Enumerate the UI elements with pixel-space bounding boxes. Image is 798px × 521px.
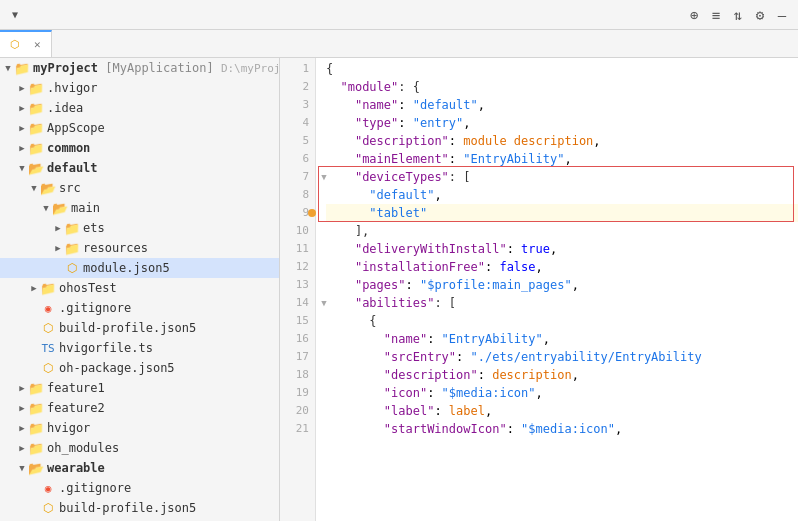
code-line-20: "label": label, <box>326 402 798 420</box>
line-numbers: 123456789101112131415161718192021 <box>280 58 316 521</box>
top-bar-icons: ⊕ ≡ ⇅ ⚙ — <box>686 7 790 23</box>
tab-close-button[interactable]: ✕ <box>34 38 41 51</box>
line-number-6: 6 <box>280 150 315 168</box>
sidebar-item-default[interactable]: ▼ 📂 default <box>0 158 279 178</box>
hvigor-folder-icon: 📁 <box>28 80 44 96</box>
sidebar-item-hvigor[interactable]: ▶ 📁 .hvigor <box>0 78 279 98</box>
settings-icon[interactable]: ⚙ <box>752 7 768 23</box>
oh-package-icon: ⬡ <box>40 360 56 376</box>
code-line-17: "srcEntry": "./ets/entryability/EntryAbi… <box>326 348 798 366</box>
editor[interactable]: 123456789101112131415161718192021 { "mod… <box>280 58 798 521</box>
sidebar-item-wearable[interactable]: ▼ 📂 wearable <box>0 458 279 478</box>
sidebar-item-src[interactable]: ▼ 📂 src <box>0 178 279 198</box>
code-line-9: "tablet" <box>326 204 798 222</box>
resources-label: resources <box>83 241 279 255</box>
code-line-4: "type": "entry", <box>326 114 798 132</box>
sidebar-item-build-profile2[interactable]: ▶ ⬡ build-profile.json5 <box>0 498 279 518</box>
code-line-15: { <box>326 312 798 330</box>
line-number-3: 3 <box>280 96 315 114</box>
ohostest-folder-icon: 📁 <box>40 280 56 296</box>
sidebar-item-main[interactable]: ▼ 📂 main <box>0 198 279 218</box>
sidebar-item-module-json5[interactable]: ▶ ⬡ module.json5 <box>0 258 279 278</box>
main-arrow: ▼ <box>40 203 52 213</box>
line-number-19: 19 <box>280 384 315 402</box>
list-icon[interactable]: ≡ <box>708 7 724 23</box>
sidebar-item-build-profile[interactable]: ▶ ⬡ build-profile.json5 <box>0 318 279 338</box>
default-folder-icon: 📂 <box>28 160 44 176</box>
sidebar-item-resources[interactable]: ▶ 📁 resources <box>0 238 279 258</box>
sidebar-item-idea[interactable]: ▶ 📁 .idea <box>0 98 279 118</box>
common-arrow: ▶ <box>16 143 28 153</box>
build-profile-label: build-profile.json5 <box>59 321 279 335</box>
sidebar-item-feature2[interactable]: ▶ 📁 feature2 <box>0 398 279 418</box>
minimize-icon[interactable]: — <box>774 7 790 23</box>
sidebar: ▼ 📁 myProject [MyApplication] D:\myProje… <box>0 58 280 521</box>
root-label: myProject [MyApplication] D:\myProject <box>33 61 280 75</box>
code-line-10: ], <box>326 222 798 240</box>
sidebar-item-gitignore[interactable]: ▶ ◉ .gitignore <box>0 298 279 318</box>
main-content: ▼ 📁 myProject [MyApplication] D:\myProje… <box>0 58 798 521</box>
common-label: common <box>47 141 279 155</box>
line-number-11: 11 <box>280 240 315 258</box>
hvigor-arrow: ▶ <box>16 83 28 93</box>
code-line-14: ▼ "abilities": [ <box>326 294 798 312</box>
main-folder-icon: 📂 <box>52 200 68 216</box>
wearable-folder-icon: 📂 <box>28 460 44 476</box>
oh-modules-folder-icon: 📁 <box>28 440 44 456</box>
feature2-folder-icon: 📁 <box>28 400 44 416</box>
line-number-12: 12 <box>280 258 315 276</box>
line-number-4: 4 <box>280 114 315 132</box>
wearable-label: wearable <box>47 461 279 475</box>
src-folder-icon: 📂 <box>40 180 56 196</box>
line-number-14: 14 <box>280 294 315 312</box>
code-line-18: "description": description, <box>326 366 798 384</box>
tree-root[interactable]: ▼ 📁 myProject [MyApplication] D:\myProje… <box>0 58 279 78</box>
code-line-2: "module": { <box>326 78 798 96</box>
fold-icon-7[interactable]: ▼ <box>318 170 330 184</box>
ets-label: ets <box>83 221 279 235</box>
appscope-folder-icon: 📁 <box>28 120 44 136</box>
appscope-label: AppScope <box>47 121 279 135</box>
line-number-15: 15 <box>280 312 315 330</box>
sidebar-item-appscope[interactable]: ▶ 📁 AppScope <box>0 118 279 138</box>
oh-modules-label: oh_modules <box>47 441 279 455</box>
gitignore-label: .gitignore <box>59 301 279 315</box>
code-area[interactable]: { "module": { "name": "default", "type":… <box>316 58 798 521</box>
sidebar-item-feature1[interactable]: ▶ 📁 feature1 <box>0 378 279 398</box>
hvigor2-label: hvigor <box>47 421 279 435</box>
add-icon[interactable]: ⊕ <box>686 7 702 23</box>
line-number-17: 17 <box>280 348 315 366</box>
tab-file-icon: ⬡ <box>10 38 20 51</box>
sidebar-item-ohostest[interactable]: ▶ 📁 ohosTest <box>0 278 279 298</box>
resources-folder-icon: 📁 <box>64 240 80 256</box>
line-number-16: 16 <box>280 330 315 348</box>
file-tab-module-json5[interactable]: ⬡ ✕ <box>0 30 52 57</box>
code-line-1: { <box>326 60 798 78</box>
sort-icon[interactable]: ⇅ <box>730 7 746 23</box>
idea-arrow: ▶ <box>16 103 28 113</box>
hvigorfile-icon: TS <box>40 340 56 356</box>
sidebar-item-oh-package[interactable]: ▶ ⬡ oh-package.json5 <box>0 358 279 378</box>
line-number-10: 10 <box>280 222 315 240</box>
code-line-16: "name": "EntryAbility", <box>326 330 798 348</box>
sidebar-item-common[interactable]: ▶ 📁 common <box>0 138 279 158</box>
sidebar-item-hvigorfile[interactable]: ▶ TS hvigorfile.ts <box>0 338 279 358</box>
code-line-19: "icon": "$media:icon", <box>326 384 798 402</box>
fold-icon-14[interactable]: ▼ <box>318 296 330 310</box>
code-line-3: "name": "default", <box>326 96 798 114</box>
gitignore2-icon: ◉ <box>40 480 56 496</box>
resources-arrow: ▶ <box>52 243 64 253</box>
sidebar-item-oh-modules[interactable]: ▶ 📁 oh_modules <box>0 438 279 458</box>
project-dropdown-icon[interactable]: ▼ <box>12 9 18 20</box>
src-label: src <box>59 181 279 195</box>
sidebar-item-gitignore2[interactable]: ▶ ◉ .gitignore <box>0 478 279 498</box>
code-line-8: "default", <box>326 186 798 204</box>
sidebar-item-ets[interactable]: ▶ 📁 ets <box>0 218 279 238</box>
code-line-7: ▼ "deviceTypes": [ <box>326 168 798 186</box>
sidebar-item-hvigor2[interactable]: ▶ 📁 hvigor <box>0 418 279 438</box>
build-profile-icon: ⬡ <box>40 320 56 336</box>
oh-modules-arrow: ▶ <box>16 443 28 453</box>
code-line-12: "installationFree": false, <box>326 258 798 276</box>
root-folder-icon: 📁 <box>14 60 30 76</box>
line-number-8: 8 <box>280 186 315 204</box>
